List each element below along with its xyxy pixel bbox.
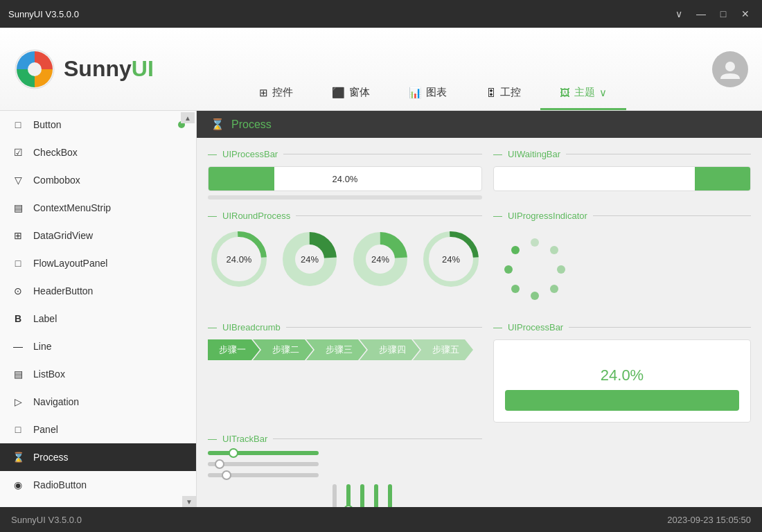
chevron-down-btn[interactable]: ∨ bbox=[671, 6, 687, 22]
logo-text: SunnyUI bbox=[64, 56, 154, 82]
sidebar-item-label: ContextMenuStrip bbox=[33, 202, 111, 213]
waiting-bar-section: UIWaitingBar bbox=[493, 149, 751, 200]
app-title: SunnyUI V3.5.0.0 bbox=[8, 9, 79, 19]
right-bottom-spacer bbox=[493, 434, 751, 507]
header: SunnyUI ⊞ 控件 ⬛ 窗体 📊 图表 🎛 工控 🖼 主题 ∨ bbox=[0, 28, 762, 111]
sidebar-scroll-down[interactable]: ▼ bbox=[182, 496, 196, 507]
process-bar: 24.0% bbox=[208, 166, 482, 191]
theme-chevron-icon: ∨ bbox=[599, 87, 607, 99]
close-btn[interactable]: ✕ bbox=[737, 6, 754, 22]
v-track-2[interactable] bbox=[346, 484, 351, 507]
window-controls: ∨ — □ ✕ bbox=[671, 6, 754, 22]
nav-industry[interactable]: 🎛 工控 bbox=[466, 77, 540, 110]
step-5-label: 步骤五 bbox=[432, 344, 459, 355]
v-slider-4 bbox=[374, 484, 378, 507]
process-icon: ⌛ bbox=[11, 450, 25, 464]
breadcrumb-title: UIBreadcrumb bbox=[208, 322, 482, 332]
sidebar-item-label: Button bbox=[33, 119, 61, 130]
status-bar: SunnyUI V3.5.0.0 2023-09-23 15:05:50 bbox=[0, 507, 762, 532]
dot-3 bbox=[557, 265, 565, 274]
v-track-5[interactable] bbox=[388, 484, 392, 507]
v-track-3[interactable] bbox=[360, 484, 364, 507]
breadcrumb-step-4[interactable]: 步骤四 bbox=[360, 339, 420, 360]
content-body: UIProcessBar 24.0% UIWaitingBar UIRoundP… bbox=[197, 138, 762, 507]
sidebar-item-radiobutton[interactable]: ◉ RadioButton bbox=[0, 471, 196, 499]
user-icon bbox=[719, 58, 741, 80]
sidebar-item-label: HeaderButton bbox=[33, 285, 93, 296]
track-h-3[interactable] bbox=[208, 473, 319, 477]
breadcrumb-row: 步骤一 步骤二 步骤三 步骤四 步骤五 bbox=[208, 339, 482, 360]
sidebar-item-flowlayoutpanel[interactable]: □ FlowLayoutPanel bbox=[0, 249, 196, 277]
button-icon: □ bbox=[11, 118, 25, 132]
breadcrumb-step-1[interactable]: 步骤一 bbox=[208, 339, 260, 360]
sidebar-item-datagridview[interactable]: ⊞ DataGridView bbox=[0, 222, 196, 249]
sidebar-item-navigation[interactable]: ▷ Navigation bbox=[0, 388, 196, 416]
round-process-row: 24.0% 24% bbox=[208, 228, 482, 290]
theme-label: 主题 bbox=[574, 86, 595, 99]
status-right: 2023-09-23 15:05:50 bbox=[667, 515, 751, 525]
sidebar-item-process[interactable]: ⌛ Process bbox=[0, 443, 196, 471]
flow-icon: □ bbox=[11, 256, 25, 270]
sidebar-item-panel[interactable]: □ Panel bbox=[0, 416, 196, 443]
sidebar-item-button[interactable]: □ Button bbox=[0, 111, 196, 139]
nav-window[interactable]: ⬛ 窗体 bbox=[312, 77, 389, 110]
track-h-1[interactable] bbox=[208, 451, 319, 455]
sidebar-item-scrollbar[interactable]: □ ScrollBar bbox=[0, 499, 196, 507]
breadcrumb-step-5[interactable]: 步骤五 bbox=[413, 339, 473, 360]
sidebar-item-checkbox[interactable]: ☑ CheckBox bbox=[0, 139, 196, 166]
round-process-section: UIRoundProcess 24.0% bbox=[208, 211, 482, 311]
sidebar-item-label[interactable]: B Label bbox=[0, 305, 196, 332]
round-circle-3: 24% bbox=[349, 228, 411, 290]
minimize-btn[interactable]: — bbox=[693, 6, 709, 22]
step-1-label: 步骤一 bbox=[219, 344, 246, 355]
trackbar-section: UITrackBar bbox=[208, 434, 482, 507]
round-circle-2: 24% bbox=[278, 228, 341, 290]
sidebar-item-listbox[interactable]: ▤ ListBox bbox=[0, 360, 196, 388]
v-track-4[interactable] bbox=[374, 484, 378, 507]
track-h-2[interactable] bbox=[208, 462, 319, 466]
logo-area: SunnyUI bbox=[14, 48, 154, 90]
breadcrumb-step-3[interactable]: 步骤三 bbox=[306, 339, 366, 360]
maximize-btn[interactable]: □ bbox=[715, 6, 732, 22]
sidebar-scroll-up[interactable]: ▲ bbox=[181, 112, 195, 123]
circle-2-label: 24% bbox=[301, 254, 319, 265]
breadcrumb-step-2[interactable]: 步骤二 bbox=[253, 339, 313, 360]
nav-controls[interactable]: ⊞ 控件 bbox=[240, 77, 312, 110]
trackbar-row-3 bbox=[208, 473, 482, 477]
waiting-bar-title: UIWaitingBar bbox=[493, 149, 751, 159]
sidebar-item-label: Panel bbox=[33, 424, 58, 435]
sidebar-item-contextmenustrip[interactable]: ▤ ContextMenuStrip bbox=[0, 194, 196, 222]
process-bar-section: UIProcessBar 24.0% bbox=[208, 149, 482, 200]
process-bar-value: 24.0% bbox=[333, 174, 358, 184]
line-icon: — bbox=[11, 339, 25, 353]
nav-chart[interactable]: 📊 图表 bbox=[389, 77, 466, 110]
dot-6 bbox=[511, 285, 520, 293]
round-circle-4: 24% bbox=[420, 228, 482, 290]
combobox-icon: ▽ bbox=[11, 173, 25, 187]
chart-label: 图表 bbox=[426, 86, 447, 99]
datagrid-icon: ⊞ bbox=[11, 229, 25, 242]
navigation-icon: ▷ bbox=[11, 395, 25, 409]
v-track-1[interactable] bbox=[333, 484, 337, 507]
nav-theme[interactable]: 🖼 主题 ∨ bbox=[540, 77, 626, 110]
waiting-bar bbox=[493, 166, 751, 191]
right-process-panel: 24.0% bbox=[493, 339, 751, 423]
process-bar-track bbox=[208, 195, 482, 200]
dot-7 bbox=[504, 265, 513, 274]
trackbar-content bbox=[208, 451, 482, 477]
avatar[interactable] bbox=[712, 51, 748, 87]
step-3-label: 步骤三 bbox=[326, 344, 353, 355]
right-process-bar-title: UIProcessBar bbox=[493, 322, 751, 332]
sidebar-item-headerbutton[interactable]: ⊙ HeaderButton bbox=[0, 277, 196, 305]
contextmenu-icon: ▤ bbox=[11, 201, 25, 215]
checkbox-icon: ☑ bbox=[11, 145, 25, 159]
process-header: ⌛ Process bbox=[197, 111, 762, 138]
sidebar-item-label: DataGridView bbox=[33, 230, 93, 241]
header-icon: ⊙ bbox=[11, 284, 25, 298]
track-thumb-1[interactable] bbox=[229, 448, 238, 458]
sidebar-item-line[interactable]: — Line bbox=[0, 332, 196, 360]
sidebar-item-label: RadioButton bbox=[33, 479, 87, 490]
track-thumb-2[interactable] bbox=[215, 459, 224, 469]
sidebar-item-combobox[interactable]: ▽ Combobox bbox=[0, 166, 196, 194]
track-thumb-3[interactable] bbox=[222, 470, 231, 480]
